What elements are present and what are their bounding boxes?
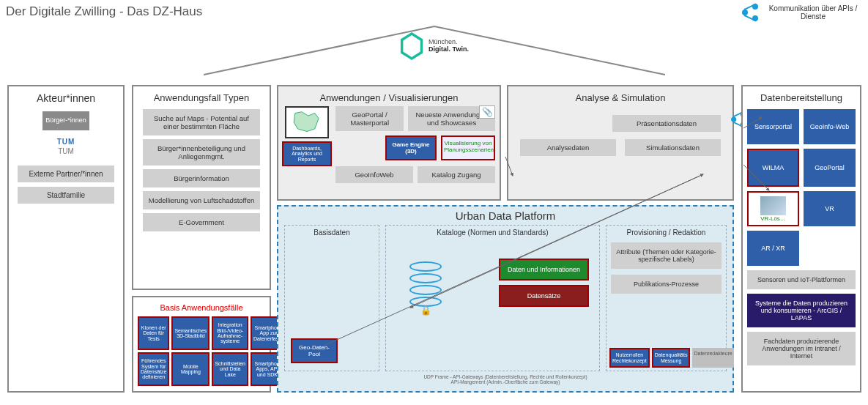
data-info-bar[interactable]: Daten und Informationen	[499, 259, 589, 280]
udp-title: Urban Data Platform	[284, 209, 727, 222]
udp-catalog-col: Kataloge (Normen und Standards) 🔒 Daten …	[385, 225, 600, 371]
analysis-data-box[interactable]: Analysedaten	[520, 139, 616, 156]
udp-footer-1: UDP Frame - API-Gateways (Datenbereitste…	[284, 374, 727, 379]
udp-catalog-title: Kataloge (Normen und Standards)	[389, 228, 596, 237]
vr-solution-label: VR-Lös…	[760, 215, 786, 222]
udp-panel: Urban Data Platform Basisdaten Geo-Daten…	[277, 205, 734, 393]
geoinfoweb-chip[interactable]: GeoInfo-Web	[804, 109, 856, 144]
analysis-title: Analyse & Simulation	[513, 92, 728, 103]
share-icon	[741, 3, 760, 22]
usecase-item[interactable]: Bürgerinformation	[143, 169, 260, 187]
basecase-item[interactable]: Schnittstellen und Data Lake	[212, 352, 248, 386]
actor-city[interactable]: Stadtfamilie	[18, 187, 114, 204]
basecase-item[interactable]: Integration Bild-/Video-Aufnahme-systeme	[212, 316, 248, 350]
page-title: Der Digitale Zwilling - Das DZ-Haus	[6, 4, 202, 19]
analysis-panel: Analyse & Simulation Präsentationsdaten …	[507, 85, 734, 201]
publication-box[interactable]: Publikations-Prozesse	[611, 275, 722, 294]
logo: München. Digital. Twin.	[399, 32, 469, 60]
basecase-item[interactable]: Semantisches 3D-Stadtbild	[171, 316, 209, 350]
usecase-item[interactable]: Modellierung von Luftschadstoffen	[143, 191, 260, 209]
iot-block[interactable]: Sensoren und IoT-Plattformen	[747, 270, 856, 289]
apps-panel: Anwendungen / Visualisierungen 📎 Dashboa…	[277, 85, 501, 201]
udp-provisioning-title: Provisioning / Redaktion	[609, 228, 723, 237]
tum-label: TUM	[13, 147, 119, 155]
base-usecases-panel: Basis Anwendungsfälle Klonen der Daten f…	[132, 296, 271, 393]
quality-chip[interactable]: Datenqualitäts Messung	[652, 348, 691, 368]
database-icon	[409, 261, 442, 302]
logo-hex-icon	[399, 32, 424, 60]
basecase-item[interactable]: Führendes System für Datensätze definier…	[138, 352, 169, 386]
base-usecases-title: Basis Anwendungsfälle	[138, 303, 265, 312]
basecase-item[interactable]: Mobile Mapping	[171, 352, 209, 386]
editors-chip[interactable]: Datenredakteure	[692, 348, 733, 368]
map-thumbnail[interactable]	[285, 106, 329, 138]
presentation-data-box[interactable]: Präsentationsdaten	[612, 115, 721, 132]
arxr-chip[interactable]: AR / XR	[747, 231, 799, 266]
api-legend: Kommunikation über APIs / Dienste	[741, 3, 861, 22]
usecase-item[interactable]: Bürger*innenbeteiligung und Anliegenmgmt…	[143, 139, 260, 166]
actor-citizens[interactable]: Bürger-*innen	[42, 111, 89, 130]
udp-provisioning-col: Provisioning / Redaktion Attribute (Them…	[606, 225, 727, 371]
simulation-data-box[interactable]: Simulationsdaten	[625, 139, 721, 156]
game-engine-chip[interactable]: Game Engine (3D)	[385, 135, 437, 160]
geo-data-pool[interactable]: Geo-Daten-Pool	[291, 338, 338, 363]
actors-panel: Akteur*innen Bürger-*innen TUM TUM Exter…	[7, 85, 125, 393]
tum-logo-icon: TUM	[13, 138, 119, 146]
usecase-types-panel: Anwendungsfall Typen Suche auf Maps - Po…	[132, 85, 271, 290]
usecase-item[interactable]: E-Government	[143, 213, 260, 231]
roles-chip[interactable]: Nutzerrollen Rechtekonzept	[609, 348, 650, 368]
api-legend-text: Kommunikation über APIs / Dienste	[765, 4, 861, 21]
usecase-item[interactable]: Suche auf Maps - Potential auf einer bes…	[143, 109, 260, 135]
geoportal-chip[interactable]: GeoPortal	[804, 149, 856, 187]
actor-tum[interactable]: TUM TUM	[13, 138, 119, 155]
lock-icon: 🔒	[389, 305, 462, 316]
udp-basis-col: Basisdaten Geo-Daten-Pool	[284, 225, 379, 371]
actor-external[interactable]: Externe Partner/*innen	[18, 166, 114, 182]
geoinfoweb-box[interactable]: GeoInfoWeb	[335, 166, 413, 183]
basecase-item[interactable]: Klonen der Daten für Tests	[138, 316, 169, 350]
usecase-types-title: Anwendungsfall Typen	[138, 92, 265, 103]
intranet-block[interactable]: Fachdaten produzierende Anwendungen im I…	[747, 332, 856, 365]
dashboards-chip[interactable]: Dashboards, Analytics und Reports	[282, 141, 332, 166]
actors-title: Akteur*innen	[13, 92, 119, 104]
logo-line2: Digital. Twin.	[429, 45, 469, 53]
vr-chip[interactable]: VR	[804, 191, 856, 226]
datasets-bar[interactable]: Datensätze	[499, 285, 589, 307]
sensor-portal-chip[interactable]: Sensorportal	[747, 109, 799, 144]
systems-block[interactable]: Systeme die Daten produzieren und konsum…	[747, 294, 856, 327]
udp-basis-title: Basisdaten	[288, 228, 376, 237]
attributes-box[interactable]: Attribute (Themen oder Kategorie-spezifi…	[611, 242, 722, 269]
provision-panel: Datenbereitstellung Sensorportal GeoInfo…	[741, 85, 861, 393]
vr-solution-chip[interactable]: VR-Lös…	[747, 191, 799, 226]
apps-title: Anwendungen / Visualisierungen	[283, 92, 495, 103]
visualization-chip[interactable]: Visualisierung von Planungsszenarien	[441, 135, 495, 160]
geoportal-box[interactable]: GeoPortal / Masterportal	[335, 106, 404, 131]
wilma-chip[interactable]: WILMA	[747, 149, 799, 187]
attachment-icon[interactable]: 📎	[479, 105, 495, 119]
udp-footer-2: API-Mangement (Admin.-Oberfläche zum Gat…	[284, 379, 727, 384]
provision-title: Datenbereitstellung	[747, 92, 856, 103]
catalog-access-box[interactable]: Katalog Zugang	[418, 166, 495, 183]
